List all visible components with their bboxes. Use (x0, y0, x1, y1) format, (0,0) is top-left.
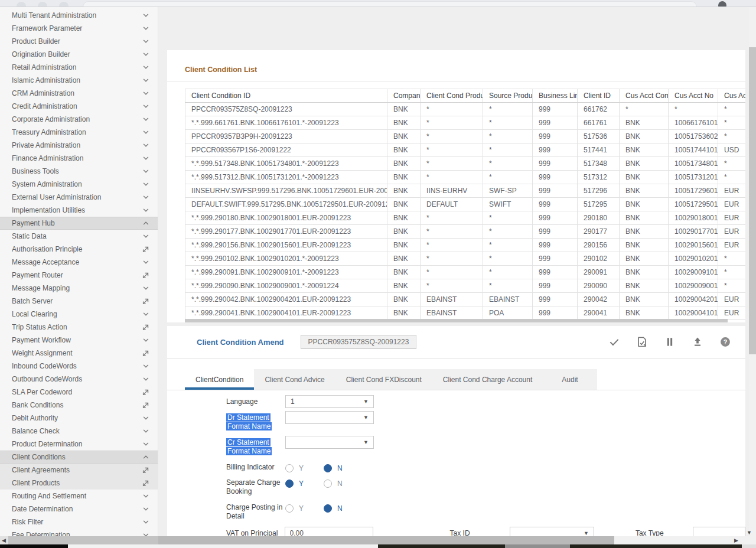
sidebar-item-debit-authority[interactable]: Debit Authority (0, 412, 158, 425)
radio-button-icon[interactable] (324, 464, 332, 472)
radio-option-Y[interactable]: Y (285, 480, 304, 488)
table-row[interactable]: PPCCR09357B3P9H-20091223BNK**999517536BN… (185, 130, 746, 143)
table-row[interactable]: *.*.999.290041.BNK.10029004101.EUR-20091… (185, 306, 746, 320)
table-row[interactable]: *.*.999.517348.BNK.10051734801.*-2009122… (185, 157, 746, 171)
radio-button-icon[interactable] (324, 504, 332, 513)
radio-option-N[interactable]: N (324, 480, 343, 488)
sidebar-item-sla-per-codeword[interactable]: SLA Per Codeword (0, 386, 158, 399)
sidebar-item-outbound-codewords[interactable]: Outbound CodeWords (0, 373, 158, 386)
column-header[interactable]: Client Cond Product (421, 89, 483, 103)
sidebar-item-weight-assignment[interactable]: Weight Assignment (0, 347, 158, 360)
radio-button-icon[interactable] (324, 480, 332, 488)
sidebar-item-message-acceptance[interactable]: Message Acceptance (0, 256, 158, 269)
dr-statement-format-select[interactable]: ▼ (285, 411, 374, 424)
column-header[interactable]: Source Product (483, 89, 533, 103)
tab-client-cond-fxdiscount[interactable]: Client Cond FXDiscount (335, 369, 432, 390)
sidebar-item-payment-hub[interactable]: Payment Hub (0, 217, 158, 230)
table-row[interactable]: IINSEURHV.SWFSP.999.517296.BNK.100517296… (185, 184, 746, 198)
sidebar-item-system-administration[interactable]: System Administration (0, 178, 158, 191)
radio-button-icon[interactable] (285, 504, 294, 513)
column-header[interactable]: Company (387, 89, 421, 103)
sidebar-item-authorisation-principle[interactable]: Authorisation Principle (0, 243, 158, 256)
sidebar-item-client-conditions[interactable]: Client Conditions (0, 451, 158, 464)
sidebar-item-finance-administration[interactable]: Finance Administration (0, 152, 158, 165)
scrollbar-thumb[interactable] (158, 536, 614, 544)
sidebar-item-batch-server[interactable]: Batch Server (0, 295, 158, 308)
sidebar-item-risk-filter[interactable]: Risk Filter (0, 516, 158, 529)
table-row[interactable]: PPCCR093567P1S6-20091222BNK**999517441BN… (185, 143, 746, 157)
sidebar-item-static-data[interactable]: Static Data (0, 230, 158, 243)
sidebar-item-routing-and-settlement[interactable]: Routing And Settlement (0, 490, 158, 503)
sidebar-item-message-mapping[interactable]: Message Mapping (0, 282, 158, 295)
tab-client-cond-charge-account[interactable]: Client Cond Charge Account (432, 369, 543, 390)
table-row[interactable]: *.*.999.517312.BNK.10051731201.*-2009122… (185, 171, 746, 184)
radio-option-N[interactable]: N (324, 504, 343, 513)
column-header[interactable]: Client ID (578, 89, 620, 103)
sidebar-item-external-user-administration[interactable]: External User Administration (0, 191, 158, 204)
sidebar-item-client-products[interactable]: Client Products (0, 477, 158, 490)
tax-type-select[interactable] (693, 527, 745, 536)
column-header[interactable]: Cus Acct No (669, 89, 718, 103)
upload-icon[interactable] (692, 336, 703, 348)
sidebar-item-multi-tenant-administration[interactable]: Multi Tenant Administration (0, 9, 158, 22)
sidebar-item-payment-router[interactable]: Payment Router (0, 269, 158, 282)
sidebar-item-origination-builder[interactable]: Origination Builder (0, 48, 158, 61)
sidebar-item-balance-check[interactable]: Balance Check (0, 425, 158, 438)
sidebar-item-framework-parameter[interactable]: Framework Parameter (0, 22, 158, 35)
sidebar-item-crm-administration[interactable]: CRM Administration (0, 87, 158, 100)
tax-id-select[interactable]: ▼ (510, 527, 594, 536)
sidebar-item-payment-workflow[interactable]: Payment Workflow (0, 334, 158, 347)
table-row[interactable]: *.*.999.290177.BNK.10029017701.EUR-20091… (185, 225, 746, 239)
table-row[interactable]: *.*.999.290156.BNK.10029015601.EUR-20091… (185, 239, 746, 252)
table-row[interactable]: DEFAULT.SWIFT.999.517295.BNK.10051729501… (185, 198, 746, 211)
scrollbar-thumb[interactable] (8, 536, 158, 544)
radio-option-N[interactable]: N (324, 464, 343, 472)
edit-note-icon[interactable] (636, 336, 648, 348)
tab-audit[interactable]: Audit (543, 369, 597, 390)
scrollbar-thumb[interactable] (749, 47, 756, 354)
sidebar-item-local-clearing[interactable]: Local Clearing (0, 308, 158, 321)
table-horizontal-scrollbar[interactable] (185, 319, 728, 322)
sidebar-item-retail-administration[interactable]: Retail Administration (0, 61, 158, 74)
help-icon[interactable]: ? (719, 336, 731, 348)
sidebar-item-islamic-administration[interactable]: Islamic Administration (0, 74, 158, 87)
vertical-scrollbar[interactable] (749, 7, 756, 536)
language-select[interactable]: 1 ▼ (285, 395, 374, 408)
sidebar-item-trip-status-action[interactable]: Trip Status Action (0, 321, 158, 334)
sidebar-item-implementation-utilities[interactable]: Implementation Utilities (0, 204, 158, 217)
sidebar-item-credit-administration[interactable]: Credit Administration (0, 100, 158, 113)
cr-statement-format-select[interactable]: ▼ (285, 436, 374, 449)
scroll-right-arrow-icon[interactable]: ▶ (734, 537, 738, 544)
column-header[interactable]: Cus Acct Comp (620, 89, 669, 103)
sidebar-item-fee-determination[interactable]: Fee Determination (0, 529, 158, 536)
tab-client-cond-advice[interactable]: Client Cond Advice (254, 369, 335, 390)
table-row[interactable]: *.*.999.290090.BNK.10029009001.*-2009122… (185, 279, 746, 293)
sidebar-item-product-builder[interactable]: Product Builder (0, 35, 158, 48)
column-header[interactable]: Client Condition ID (185, 89, 387, 103)
table-row[interactable]: *.*.999.290091.BNK.10029009101.*-2009122… (185, 266, 746, 279)
sidebar-item-corporate-administration[interactable]: Corporate Administration (0, 113, 158, 126)
sidebar-item-product-determination[interactable]: Product Determination (0, 438, 158, 451)
address-bar[interactable] (83, 1, 697, 7)
horizontal-scrollbar[interactable]: ◀ ▶ (0, 536, 756, 544)
sidebar-item-private-administration[interactable]: Private Administration (0, 139, 158, 152)
sidebar-item-date-determination[interactable]: Date Determination (0, 503, 158, 516)
radio-button-icon[interactable] (285, 480, 294, 488)
sidebar-item-bank-conditions[interactable]: Bank Conditions (0, 399, 158, 412)
radio-button-icon[interactable] (285, 464, 294, 472)
check-icon[interactable] (608, 336, 620, 348)
pause-icon[interactable] (664, 336, 676, 348)
vat-on-principal-input[interactable] (285, 527, 373, 536)
sidebar-item-treasury-administration[interactable]: Treasury Administration (0, 126, 158, 139)
scroll-left-arrow-icon[interactable]: ◀ (2, 537, 6, 544)
sidebar-item-client-agreements[interactable]: Client Agreements (0, 464, 158, 477)
column-header[interactable]: Cus Acct (718, 89, 746, 103)
tab-clientcondition[interactable]: ClientCondition (185, 369, 254, 390)
sidebar-item-inbound-codewords[interactable]: Inbound CodeWords (0, 360, 158, 373)
sidebar-item-business-tools[interactable]: Business Tools (0, 165, 158, 178)
table-row[interactable]: *.*.999.290102.BNK.10029010201.*-2009122… (185, 252, 746, 266)
table-row[interactable]: *.*.999.661761.BNK.10066176101.*-2009122… (185, 116, 746, 130)
table-row[interactable]: *.*.999.290042.BNK.10029004201.EUR-20091… (185, 293, 746, 306)
table-row[interactable]: PPCCR093575Z8SQ-20091223BNK**999661762**… (185, 103, 746, 116)
radio-option-Y[interactable]: Y (285, 504, 304, 513)
